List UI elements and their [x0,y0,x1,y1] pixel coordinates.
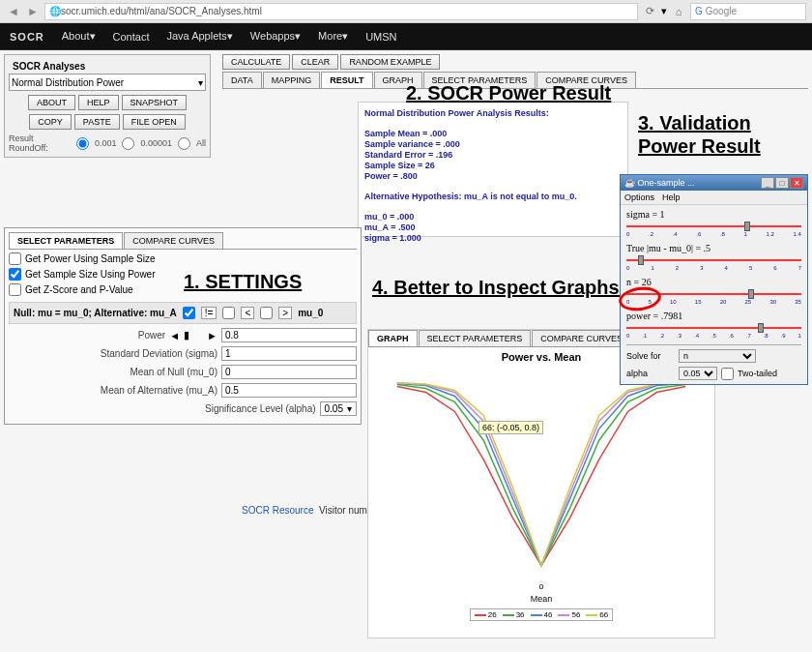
java-alpha-label: alpha [626,369,675,378]
roundoff-all[interactable] [178,137,190,150]
snapshot-button[interactable]: SNAPSHOT [122,95,188,110]
analysis-select[interactable]: Normal Distribution Power▾ [9,74,206,91]
gtab-graph[interactable]: GRAPH [368,330,418,346]
reload-icon[interactable]: ⟳ [642,4,657,19]
roundoff-00001[interactable] [122,137,134,150]
result-text: Normal Distribution Power Analysis Resul… [358,102,628,237]
power-slider-right[interactable]: ► [207,330,218,341]
site-nav: SOCR About▾ Contact Java Applets▾ Webapp… [0,23,812,50]
maximize-icon[interactable]: □ [775,177,789,189]
java-titlebar[interactable]: ☕ One-sample ... _ □ ✕ [621,175,807,191]
fileopen-button[interactable]: FILE OPEN [123,114,186,130]
svg-text:0: 0 [539,582,544,591]
chart-legend: 2636465666 [470,608,614,621]
java-diff-label: True |mu - mu_0| = .5 [626,243,801,253]
back-icon[interactable]: ◄ [6,4,21,19]
side-tab-select[interactable]: SELECT PARAMETERS [9,232,123,249]
java-validation-window: ☕ One-sample ... _ □ ✕ Options Help sigm… [620,174,808,385]
gtab-compare[interactable]: COMPARE CURVES [532,330,631,346]
mu0-label: Mean of Null (mu_0) [63,367,218,377]
search-input[interactable]: GGoogle [690,3,806,20]
alpha-label: Significance Level (alpha) [161,403,316,414]
power-label: Power [11,330,165,341]
tab-result[interactable]: RESULT [321,72,372,88]
solve-select[interactable]: n [679,349,756,363]
calculate-button[interactable]: CALCULATE [222,54,290,70]
separator: ▾ [661,5,667,17]
nav-contact[interactable]: Contact [113,31,150,43]
help-button[interactable]: HELP [78,95,119,110]
nav-webapps[interactable]: Webapps▾ [250,30,301,43]
tab-data[interactable]: DATA [222,72,262,88]
java-menu-options[interactable]: Options [624,193,654,202]
alpha-select[interactable]: 0.05▾ [320,401,357,416]
analyses-panel: SOCR Analyses Normal Distribution Power▾… [4,54,211,158]
power-slider-track[interactable]: ▮ [184,329,203,341]
about-button[interactable]: ABOUT [28,95,75,110]
power-slider[interactable]: 0.1.2.3.4.5.6.7.8.91 [626,323,801,339]
solve-label: Solve for [626,351,675,361]
java-alpha-select[interactable]: 0.05 [679,367,717,380]
svg-text:Mean: Mean [531,594,552,604]
close-icon[interactable]: ✕ [790,177,803,189]
nav-umsn[interactable]: UMSN [365,31,396,43]
home-icon[interactable]: ⌂ [671,4,686,19]
clear-button[interactable]: CLEAR [292,54,338,70]
footer-text: Visitor num [319,505,367,516]
java-sigma-label: sigma = 1 [626,209,801,220]
random-button[interactable]: RANDOM EXAMPLE [340,54,440,70]
n-slider[interactable]: 05101520253035 [626,289,801,305]
tab-graph[interactable]: GRAPH [374,72,422,88]
two-tailed-check[interactable] [721,368,734,380]
diff-slider[interactable]: 01234567 [626,255,801,271]
copy-button[interactable]: COPY [29,114,72,130]
gtab-select[interactable]: SELECT PARAMETERS [419,330,532,346]
minimize-icon[interactable]: _ [761,177,774,189]
op-lt-check[interactable] [222,307,235,319]
side-tab-compare[interactable]: COMPARE CURVES [124,232,223,249]
op-ne-check[interactable] [183,307,195,319]
annotation-3: 3. Validation Power Result [638,111,812,158]
forward-icon[interactable]: ► [25,4,41,19]
muA-input[interactable] [221,383,357,398]
tab-mapping[interactable]: MAPPING [263,72,321,88]
muA-label: Mean of Alternative (mu_A) [63,385,218,396]
power-chart: 0 Mean [368,363,714,605]
chart-tooltip: 66: (-0.05, 0.8) [478,421,543,434]
browser-toolbar: ◄ ► 🌐 socr.umich.edu/html/ana/SOCR_Analy… [0,0,812,23]
footer-link[interactable]: SOCR Resource [242,505,313,516]
chevron-down-icon: ▾ [347,403,352,414]
power-input[interactable] [221,328,357,342]
logo[interactable]: SOCR [10,31,44,43]
chevron-down-icon: ▾ [198,77,203,88]
nav-java[interactable]: Java Applets▾ [166,30,232,43]
op-gt-check[interactable] [260,307,273,319]
sd-input[interactable] [221,346,357,361]
hypothesis-row: Null: mu = mu_0; Alternative: mu_A != < … [9,302,357,324]
java-power-label: power = .7981 [626,311,801,321]
sigma-slider[interactable]: 0.2.4.6.811.21.4 [626,222,801,237]
nav-more[interactable]: More▾ [318,30,348,43]
opt-power-from-size[interactable] [9,252,21,265]
opt-zscore-pvalue[interactable] [9,283,21,296]
roundoff-row: Result RoundOff: 0.001 0.00001 All [9,133,206,153]
tab-compare[interactable]: COMPARE CURVES [536,72,636,88]
url-bar[interactable]: 🌐 socr.umich.edu/html/ana/SOCR_Analyses.… [44,3,638,20]
opt-size-from-power[interactable] [9,268,21,281]
tab-select-params[interactable]: SELECT PARAMETERS [423,72,536,88]
sd-label: Standard Deviation (sigma) [63,348,218,359]
annotation-4: 4. Better to Inspect Graphs ... [372,276,641,299]
nav-about[interactable]: About▾ [62,30,96,43]
mu0-input[interactable] [221,365,357,379]
paste-button[interactable]: PASTE [74,114,120,130]
roundoff-001[interactable] [76,137,89,150]
settings-panel: SELECT PARAMETERS COMPARE CURVES Get Pow… [4,227,362,425]
power-slider-left[interactable]: ◄ [169,330,180,341]
java-n-label: n = 26 [626,277,801,287]
inner-tabs: DATA MAPPING RESULT GRAPH SELECT PARAMET… [222,72,808,89]
panel-title: SOCR Analyses [9,59,206,74]
java-menu-help[interactable]: Help [662,193,681,202]
